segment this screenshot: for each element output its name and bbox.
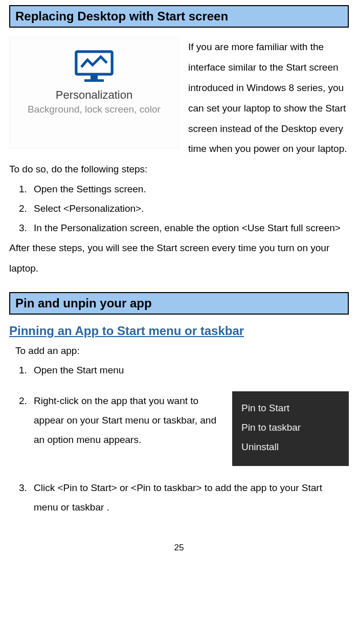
list-item: Pin to Start Pin to taskbar Uninstall Ri… <box>30 391 349 472</box>
list-item: Open the Settings screen. <box>30 180 349 199</box>
section1-steps: Open the Settings screen. Select <Person… <box>9 180 349 238</box>
section1-outro: After these steps, you will see the Star… <box>9 238 349 279</box>
list-item: In the Personalization screen, enable th… <box>30 218 349 238</box>
context-menu-illustration: Pin to Start Pin to taskbar Uninstall <box>232 391 349 466</box>
list-item: Select <Personalization>. <box>30 199 349 218</box>
page-number: 25 <box>9 543 349 553</box>
illustration-title: Personalization <box>10 88 178 102</box>
section2-intro: To add an app: <box>15 341 349 361</box>
svg-rect-4 <box>84 79 104 82</box>
personalization-illustration: Personalization Background, lock screen,… <box>9 37 179 148</box>
list-item: Open the Start menu <box>30 361 349 380</box>
menu-item-uninstall: Uninstall <box>241 437 341 457</box>
menu-item-pin-start: Pin to Start <box>241 398 341 418</box>
list-item: Click <Pin to Start> or <Pin to taskbar>… <box>30 472 349 517</box>
section-title-pin: Pin and unpin your app <box>9 292 349 315</box>
step2-text: Right-click on the app that you want to … <box>34 395 216 445</box>
section2-steps: Open the Start menu Pin to Start Pin to … <box>9 361 349 517</box>
illustration-subtitle: Background, lock screen, color <box>10 103 178 116</box>
section-title-replacing: Replacing Desktop with Start screen <box>9 5 349 28</box>
menu-item-pin-taskbar: Pin to taskbar <box>241 418 341 437</box>
svg-rect-3 <box>91 75 98 79</box>
subheading-pinning: Pinning an App to Start menu or taskbar <box>9 324 349 338</box>
monitor-icon <box>73 50 115 85</box>
